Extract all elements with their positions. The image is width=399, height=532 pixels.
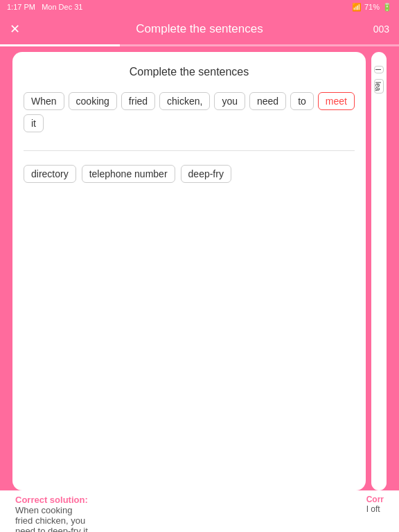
wordbank-deep-fry[interactable]: deep-fry [181, 165, 231, 183]
wordbank-telephone-number[interactable]: telephone number [82, 165, 175, 183]
wordbank-directory[interactable]: directory [24, 165, 76, 183]
wifi-icon: 📶 [352, 3, 362, 12]
card-title: Complete the sentences [24, 66, 355, 78]
main-card: Complete the sentences When cooking frie… [12, 52, 366, 490]
token-it[interactable]: it [24, 114, 44, 132]
side-token-lea: lea [374, 79, 384, 94]
token-to[interactable]: to [290, 92, 314, 110]
token-need[interactable]: need [249, 92, 286, 110]
token-you[interactable]: you [214, 92, 245, 110]
solution-row: Correct solution: When cooking fried chi… [0, 490, 399, 532]
status-time: 1:17 PM Mon Dec 31 [7, 3, 82, 11]
token-when[interactable]: When [24, 92, 64, 110]
header-title: Complete the sentences [136, 22, 263, 36]
status-right: 📶 71% 🔋 [352, 3, 392, 12]
header: ✕ Complete the sentences 003 [0, 14, 399, 44]
solution-label: Correct solution: [15, 495, 89, 505]
word-bank: directory telephone number deep-fry [24, 165, 355, 183]
battery-icon: 🔋 [382, 3, 392, 12]
divider [24, 150, 355, 151]
token-meet[interactable]: meet [318, 92, 355, 110]
token-cooking[interactable]: cooking [69, 92, 117, 110]
side-card: I lea [371, 52, 387, 490]
battery-level: 71% [364, 3, 380, 11]
sentence-area: When cooking fried chicken, you need to … [24, 92, 355, 132]
solution-text: When cooking fried chicken, you need to … [15, 505, 89, 532]
token-fried[interactable]: fried [121, 92, 155, 110]
status-bar: 1:17 PM Mon Dec 31 📶 71% 🔋 [0, 0, 399, 14]
side-token-i: I [374, 66, 384, 73]
close-button[interactable]: ✕ [10, 21, 20, 37]
progress-count: 003 [373, 24, 389, 35]
token-chicken[interactable]: chicken, [159, 92, 210, 110]
main-content: Complete the sentences When cooking frie… [0, 46, 399, 490]
